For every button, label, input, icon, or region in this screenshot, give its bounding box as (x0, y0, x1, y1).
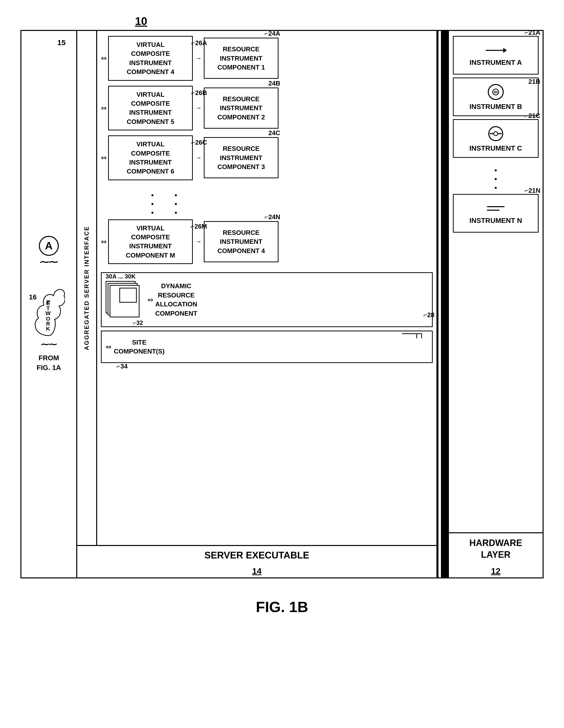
dra-outer: 30A ... 30K ⌐32 ⇔ DYNAMICRESOURCEALLOCAT… (101, 272, 433, 327)
ref-24a: ⌐24A (265, 30, 280, 37)
svg-text:m: m (494, 90, 498, 94)
instrument-c-label: INSTRUMENT C (469, 144, 522, 152)
instruments-col: INSTRUMENT A ⌐21A m INSTRUMENT B 21B (449, 31, 543, 532)
site-box: ⇔ SITECOMPONENT(S) ⌐34 (101, 331, 433, 363)
ref-21c: ⌐21C (525, 112, 540, 120)
server-panel: 15 AGGREGATED SERVER INTERFACE (76, 31, 437, 577)
site-arrow-left: ⇔ (106, 343, 111, 351)
hardware-label: HARDWARELAYER (449, 532, 543, 565)
instrument-n: INSTRUMENT N ⌐21N (453, 194, 539, 233)
main-content: ⇔ VIRTUALCOMPOSITEINSTRUMENTCOMPONENT 4 … (97, 31, 436, 545)
ric-box-3: RESOURCEINSTRUMENTCOMPONENT 3 24C (204, 137, 279, 178)
row-1: ⇔ VIRTUALCOMPOSITEINSTRUMENTCOMPONENT 4 … (101, 36, 433, 81)
svg-marker-8 (503, 48, 507, 53)
ref-30a-30k: 30A ... 30K (106, 273, 136, 280)
vci-text-1: VIRTUALCOMPOSITEINSTRUMENTCOMPONENT 4 (127, 40, 174, 77)
bus-bars (437, 31, 444, 577)
arrow-left-2: ⇔ (101, 104, 107, 112)
instrument-b-label: INSTRUMENT B (469, 103, 522, 111)
bus-bar-2 (444, 31, 448, 577)
ric-box-1: RESOURCEINSTRUMENTCOMPONENT 1 ⌐24A (204, 38, 279, 79)
ref-16: 16 (29, 293, 37, 301)
ref-28: ⌐28 (423, 311, 434, 319)
server-label: SERVER EXECUTABLE (77, 545, 436, 565)
cloud-network: N E T W O R K (33, 268, 65, 338)
row-2: ⇔ VIRTUALCOMPOSITEINSTRUMENTCOMPONENT 5 … (101, 86, 433, 131)
ref-21b: 21B (528, 78, 540, 86)
arrow-right-1: → (195, 54, 202, 62)
vci-box-2: VIRTUALCOMPOSITEINSTRUMENTCOMPONENT 5 ⌐2… (108, 86, 193, 131)
vci-box-1: VIRTUALCOMPOSITEINSTRUMENTCOMPONENT 4 ⌐2… (108, 36, 193, 81)
instrument-n-label: INSTRUMENT N (469, 217, 522, 225)
arrow-right-4: → (195, 238, 202, 246)
outer-ref-label: 10 (135, 15, 147, 27)
main-diagram: A ⁓⁓ N E T W O R K ⁓⁓ (20, 30, 544, 578)
vci-ric-section: ⇔ VIRTUALCOMPOSITEINSTRUMENTCOMPONENT 4 … (101, 36, 433, 266)
row-3: ⇔ VIRTUALCOMPOSITEINSTRUMENTCOMPONENT 6 … (101, 135, 433, 180)
svg-point-14 (494, 132, 498, 136)
server-body: AGGREGATED SERVER INTERFACE ⇔ VIRTUALCOM… (77, 31, 436, 545)
arrow-right-3: → (195, 154, 202, 162)
ric-box-4: RESOURCEINSTRUMENTCOMPONENT 4 ⌐24N (204, 221, 279, 262)
ref-12: 12 (449, 565, 543, 577)
dots-separator: ... ... (101, 188, 433, 214)
stacked-papers: 30A ... 30K ⌐32 (106, 281, 141, 318)
ric-text-3: RESOURCEINSTRUMENTCOMPONENT 3 (218, 144, 265, 171)
instrument-b: m INSTRUMENT B 21B (453, 78, 539, 116)
ric-text-2: RESOURCEINSTRUMENTCOMPONENT 2 (218, 94, 265, 122)
vci-text-4: VIRTUALCOMPOSITEINSTRUMENTCOMPONENT M (126, 224, 175, 260)
instrument-a-label: INSTRUMENT A (470, 59, 522, 67)
circle-a: A (39, 236, 59, 256)
site-text: SITECOMPONENT(S) (114, 338, 165, 356)
diagram-container: 10 A ⁓⁓ N E T W O (20, 15, 544, 616)
lines-symbol (484, 202, 507, 215)
vci-box-3: VIRTUALCOMPOSITEINSTRUMENTCOMPONENT 6 ⌐2… (108, 135, 193, 180)
ref-21n: ⌐21N (525, 187, 540, 194)
instrument-dots: ... (453, 163, 539, 189)
svg-text:K: K (46, 326, 50, 332)
arrow-left-3: ⇔ (101, 154, 107, 162)
network-panel: A ⁓⁓ N E T W O R K ⁓⁓ (21, 31, 76, 577)
aggregated-col: AGGREGATED SERVER INTERFACE (77, 31, 97, 545)
ref-24n: ⌐24N (265, 213, 280, 221)
ref-34: ⌐34 (117, 363, 128, 370)
ref-24c: 24C (268, 129, 280, 137)
arrow-right-2: → (195, 104, 202, 112)
ref-32: ⌐32 (133, 319, 143, 326)
vci-box-4: VIRTUALCOMPOSITEINSTRUMENTCOMPONENT M ⌐2… (108, 219, 193, 264)
arrow-left-1: ⇔ (101, 54, 107, 62)
vci-text-2: VIRTUALCOMPOSITEINSTRUMENTCOMPONENT 5 (127, 90, 174, 126)
instrument-a: INSTRUMENT A ⌐21A (453, 36, 539, 75)
circle-minus-symbol (486, 125, 506, 142)
vci-text-3: VIRTUALCOMPOSITEINSTRUMENTCOMPONENT 6 (127, 140, 174, 176)
motor-symbol: m (486, 83, 506, 101)
ref-21a: ⌐21A (525, 29, 540, 36)
aggregated-label: AGGREGATED SERVER INTERFACE (83, 226, 90, 350)
ref-24b: 24B (268, 80, 280, 87)
ric-text-4: RESOURCEINSTRUMENTCOMPONENT 4 (218, 228, 265, 255)
from-fig-label: FROMFIG. 1A (37, 353, 61, 372)
dra-text: DYNAMICRESOURCEALLOCATIONCOMPONENT (155, 281, 197, 318)
ric-text-1: RESOURCEINSTRUMENTCOMPONENT 1 (218, 45, 265, 72)
fig-caption: FIG. 1B (256, 598, 308, 616)
bottom-section: 30A ... 30K ⌐32 ⇔ DYNAMICRESOURCEALLOCAT… (101, 272, 433, 363)
row-4: ⇔ VIRTUALCOMPOSITEINSTRUMENTCOMPONENT M … (101, 219, 433, 264)
instrument-c: INSTRUMENT C ⌐21C (453, 119, 539, 158)
arrow-symbol (484, 44, 507, 57)
ref-15: 15 (57, 38, 66, 47)
hardware-panel: INSTRUMENT A ⌐21A m INSTRUMENT B 21B (448, 31, 543, 577)
arrow-left-4: ⇔ (101, 238, 107, 246)
dra-arrow: ⇔ (148, 296, 153, 304)
ric-box-2: RESOURCEINSTRUMENTCOMPONENT 2 24B (204, 88, 279, 129)
ref-14: 14 (77, 565, 436, 577)
